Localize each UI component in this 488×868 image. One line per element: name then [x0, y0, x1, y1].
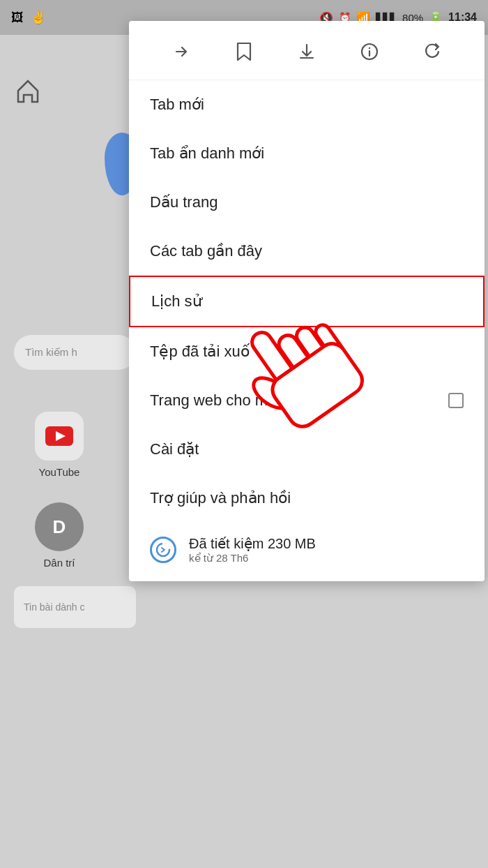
forward-button[interactable]: [166, 36, 197, 67]
youtube-play-button: [45, 426, 73, 446]
bookmark-button[interactable]: [229, 36, 259, 67]
youtube-shortcut[interactable]: YouTube: [35, 412, 84, 478]
data-savings-row[interactable]: Đã tiết kiệm 230 MB kể từ 28 Th6: [129, 523, 485, 570]
menu-item-tep-da-tai-xuong[interactable]: Tệp đã tải xuố: [129, 327, 485, 376]
menu-toolbar: [129, 21, 485, 80]
savings-icon: [150, 537, 176, 563]
search-bar[interactable]: Tìm kiếm h: [14, 335, 136, 370]
savings-main-text: Đã tiết kiệm 230 MB: [189, 535, 316, 552]
menu-item-trang-web[interactable]: Trang web cho m: [129, 376, 485, 425]
menu-item-cac-tab-gan-day[interactable]: Các tab gần đây: [129, 227, 485, 276]
savings-text: Đã tiết kiệm 230 MB kể từ 28 Th6: [189, 535, 316, 564]
menu-item-tab-moi[interactable]: Tab mới: [129, 80, 485, 129]
tinbai-text: Tin bài dành c: [24, 601, 84, 613]
youtube-label: YouTube: [39, 466, 80, 478]
menu-item-tab-an-danh[interactable]: Tab ẩn danh mới: [129, 129, 485, 178]
menu-item-dau-trang[interactable]: Dấu trang: [129, 178, 485, 227]
home-icon[interactable]: [14, 77, 42, 107]
search-text: Tìm kiếm h: [25, 346, 77, 359]
download-button[interactable]: [291, 36, 322, 67]
dantri-shortcut[interactable]: D Dân trí: [35, 502, 84, 569]
dantri-label: Dân trí: [43, 557, 75, 569]
dantri-icon: D: [35, 502, 84, 551]
info-button[interactable]: [354, 36, 385, 67]
menu-item-lich-su[interactable]: Lịch sử: [129, 276, 485, 327]
image-icon: 🖼: [11, 10, 24, 25]
svg-point-1: [369, 47, 370, 49]
refresh-button[interactable]: [417, 36, 448, 67]
youtube-icon: [35, 412, 84, 461]
menu-item-cai-dat[interactable]: Cài đặt: [129, 425, 485, 474]
gesture-icon: ✌️: [31, 10, 46, 25]
menu-item-tro-giup[interactable]: Trợ giúp và phản hồi: [129, 474, 485, 523]
savings-sub-text: kể từ 28 Th6: [189, 552, 316, 564]
dropdown-menu: Tab mới Tab ẩn danh mới Dấu trang Các ta…: [129, 21, 485, 581]
trang-web-checkbox[interactable]: [448, 393, 464, 408]
status-icons-left: 🖼 ✌️: [11, 10, 46, 25]
tinbai-card[interactable]: Tin bài dành c: [14, 586, 136, 628]
svg-point-2: [157, 544, 169, 556]
